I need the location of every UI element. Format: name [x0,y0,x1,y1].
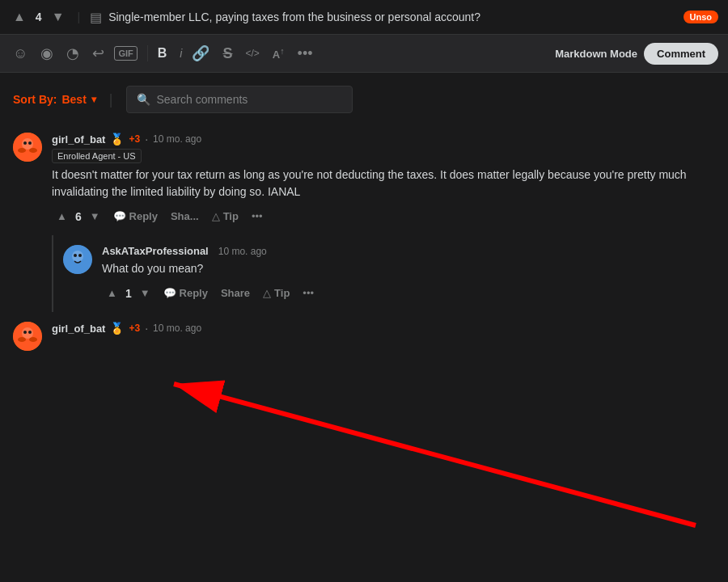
svg-point-1 [22,138,33,150]
comment-2: AskATaxProfessional 10 mo. ago What do y… [63,235,715,312]
svg-point-15 [28,331,32,334]
share-label-2: Share [221,287,250,299]
downvote-comment-1[interactable]: ▼ [85,207,105,226]
comment-meta-3: girl_of_bat 🏅 +3 · 10 mo. ago [52,322,715,335]
comment-time-1: 10 mo. ago [153,133,201,145]
avatar-2 [63,245,92,274]
user-flair-badge: Enrolled Agent - US [52,149,142,163]
reply-label-1: Reply [129,210,158,222]
reply-icon-2: 💬 [163,287,176,299]
more-options-icon[interactable]: ••• [294,42,316,65]
svg-point-11 [22,327,33,339]
upvote-comment-2[interactable]: ▲ [102,284,122,302]
gif-button[interactable]: GIF [114,46,137,61]
strikethrough-icon[interactable]: S [219,42,235,65]
share-label-1: Sha... [171,210,199,222]
toolbar-divider [147,45,148,61]
share-button-2[interactable]: Share [216,284,255,302]
svg-point-12 [18,337,26,342]
comment-text-1: It doesn't matter for your tax return as… [52,167,715,200]
comment-body-2: AskATaxProfessional 10 mo. ago What do y… [102,245,715,302]
comment-meta-1: girl_of_bat 🏅 +3 · 10 mo. ago [52,133,715,146]
tip-label-2: Tip [274,287,290,299]
top-bar: ▲ 4 ▼ | ▤ Single-member LLC, paying taxe… [0,0,728,35]
editor-toolbar: ☺ ◉ ◔ ↩ GIF B i 🔗 S </> A↑ ••• Markdown … [0,35,728,73]
tip-button-2[interactable]: △ Tip [258,284,294,302]
tip-label-1: Tip [223,210,239,222]
more-icon: ••• [252,210,263,222]
italic-button[interactable]: i [180,47,182,60]
upvote-button[interactable]: ▲ [10,6,29,27]
comment-author-3: girl_of_bat [52,323,105,335]
tip-icon: △ [212,210,220,222]
reply-button-1[interactable]: 💬 Reply [108,207,163,226]
upvote-arrow-icon: ▲ [57,210,67,222]
svg-line-17 [174,384,696,525]
more-icon-2: ••• [303,287,314,299]
vote-count: 4 [36,11,42,23]
downvote-button[interactable]: ▼ [49,6,68,27]
comment-3: girl_of_bat 🏅 +3 · 10 mo. ago [13,312,715,361]
more-button-1[interactable]: ••• [247,207,268,226]
comment-1: girl_of_bat 🏅 +3 · 10 mo. ago Enrolled A… [13,123,715,235]
karma-3: +3 [129,323,140,334]
share-button-1[interactable]: Sha... [166,207,204,226]
comment-time-2: 10 mo. ago [218,246,267,257]
separator: | [77,11,80,23]
comment-text-2: What do you mean? [102,260,715,277]
emoji-icon[interactable]: ☺ [10,42,31,65]
search-input[interactable] [157,93,342,106]
sort-label: Sort By: [13,93,57,106]
comment-actions-2: ▲ 1 ▼ 💬 Reply Share △ Tip [102,284,715,302]
search-box[interactable]: 🔍 [126,86,353,113]
search-icon: 🔍 [137,93,150,106]
undo-icon[interactable]: ↩ [89,41,108,65]
avatar-3 [13,322,42,351]
comments-section: girl_of_bat 🏅 +3 · 10 mo. ago Enrolled A… [0,123,728,361]
karma-1: +3 [129,133,140,145]
link-icon[interactable]: 🔗 [188,41,213,65]
face2-icon[interactable]: ◔ [63,41,83,65]
comments-header: Sort By: Best ▾ | 🔍 [0,73,728,123]
avatar [13,133,42,162]
reply-icon: 💬 [113,210,126,222]
comment-vote-count-1: 6 [75,210,82,223]
upvote-arrow-icon-2: ▲ [107,287,117,299]
svg-point-9 [78,254,82,257]
tip-button-1[interactable]: △ Tip [207,207,243,226]
downvote-arrow-icon-2: ▼ [140,287,150,299]
svg-point-2 [18,148,26,153]
upvote-comment-1[interactable]: ▲ [52,207,72,226]
reddit-face-icon[interactable]: ◉ [37,41,57,65]
font-size-icon[interactable]: A↑ [269,43,288,64]
svg-point-5 [28,141,32,145]
nested-comment-section: AskATaxProfessional 10 mo. ago What do y… [52,235,715,312]
comment-button[interactable]: Comment [644,43,718,65]
header-divider: | [109,91,113,108]
svg-point-7 [72,251,83,262]
comment-time-3: 10 mo. ago [153,323,201,334]
bold-button[interactable]: B [158,46,167,61]
comment-actions-1: ▲ 6 ▼ 💬 Reply Sha... △ Tip ••• [52,207,715,226]
svg-point-14 [23,331,27,334]
code-icon[interactable]: </> [242,44,262,62]
comment-author-1: girl_of_bat [52,133,105,146]
award-icon-1: 🏅 [110,133,124,146]
downvote-comment-2[interactable]: ▼ [135,284,155,302]
post-title: Single-member LLC, paying taxes from the… [108,11,676,23]
reply-button-2[interactable]: 💬 Reply [159,284,213,302]
comment-body-1: girl_of_bat 🏅 +3 · 10 mo. ago Enrolled A… [52,133,715,226]
comment-author-2: AskATaxProfessional [102,245,209,257]
sort-chevron-icon: ▾ [91,94,96,105]
svg-point-3 [29,148,37,153]
downvote-arrow-icon: ▼ [90,210,100,222]
post-flair: Unso [684,11,719,23]
more-button-2[interactable]: ••• [298,284,319,302]
comment-vote-count-2: 1 [125,287,132,300]
dot-3: · [145,322,148,335]
sort-by-control[interactable]: Sort By: Best ▾ [13,93,96,106]
post-type-icon: ▤ [90,10,102,25]
markdown-mode-label: Markdown Mode [555,48,637,60]
svg-point-4 [23,141,27,145]
svg-point-8 [74,254,77,257]
